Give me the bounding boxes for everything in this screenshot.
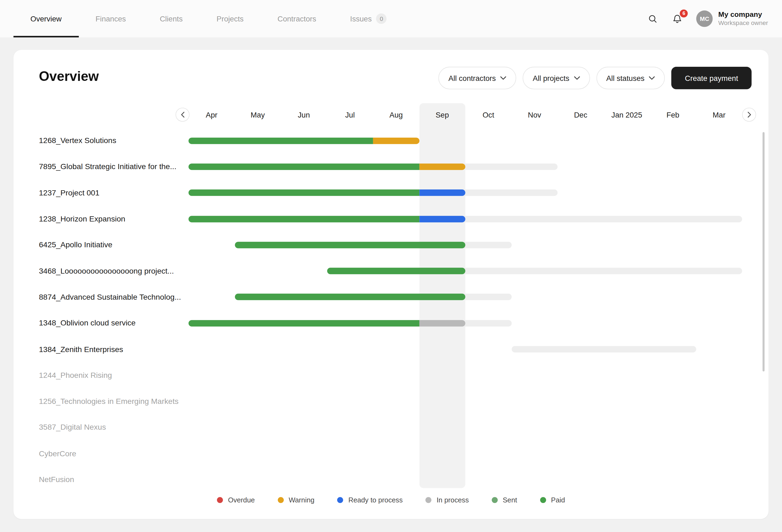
legend-dot-sent: [492, 497, 498, 503]
legend-label: Ready to process: [348, 496, 403, 504]
nav-tab-label: Issues: [350, 14, 372, 23]
gantt-bar-paid[interactable]: [188, 137, 373, 144]
legend-item-warning: Warning: [278, 496, 314, 504]
gantt-row: 1384_Zenith Enterprises: [13, 336, 769, 363]
notifications-button[interactable]: 6: [672, 13, 683, 25]
gantt-row: 1256_Technologies in Emerging Markets: [13, 388, 769, 415]
filter-label: All projects: [533, 74, 569, 82]
nav-tab-projects[interactable]: Projects: [200, 0, 260, 37]
legend-dot-ready-to-process: [337, 497, 343, 503]
top-navigation: OverviewFinancesClientsProjectsContracto…: [0, 0, 782, 37]
legend-label: Sent: [503, 496, 517, 504]
chevron-down-icon: [500, 76, 506, 80]
month-label: Jun: [281, 108, 327, 122]
account-menu[interactable]: MC My company Workspace owner: [696, 10, 768, 27]
gantt-bar-paid[interactable]: [188, 320, 419, 327]
project-name[interactable]: 3468_Loooooooooooooooong project...: [39, 267, 174, 275]
legend-label: Paid: [551, 496, 565, 504]
gantt-row: 1237_Project 001: [13, 180, 769, 206]
filter-bar: All contractorsAll projectsAll statuses: [438, 67, 665, 89]
nav-tab-label: Finances: [96, 14, 126, 23]
gantt-rows: 1268_Vertex Solutions7895_Global Strateg…: [13, 127, 769, 493]
filter-label: All statuses: [606, 74, 645, 82]
month-label: Feb: [650, 108, 696, 122]
filter-all-projects[interactable]: All projects: [523, 67, 590, 89]
nav-tab-label: Clients: [159, 14, 182, 23]
header-controls: All contractorsAll projectsAll statuses …: [438, 67, 752, 89]
project-name: 1256_Technologies in Emerging Markets: [39, 397, 178, 406]
project-name[interactable]: 8874_Advanced Sustainable Technolog...: [39, 293, 181, 302]
gantt-bar-paid[interactable]: [188, 163, 419, 170]
legend-item-overdue: Overdue: [217, 496, 255, 504]
gantt-row: 1238_Horizon Expansion: [13, 206, 769, 232]
month-label: May: [235, 108, 281, 122]
month-label: Nov: [511, 108, 558, 122]
nav-tab-issues[interactable]: Issues0: [333, 0, 404, 37]
project-name[interactable]: 1237_Project 001: [39, 188, 99, 197]
month-label: Apr: [188, 108, 235, 122]
gantt-row: 7895_Global Strategic Initiative for the…: [13, 154, 769, 180]
create-payment-button[interactable]: Create payment: [672, 67, 752, 89]
gantt-bar-ready-to-process[interactable]: [419, 189, 465, 196]
account-text: My company Workspace owner: [718, 11, 768, 27]
chevron-down-icon: [574, 76, 580, 80]
legend-label: Warning: [289, 496, 314, 504]
account-name: My company: [718, 11, 768, 19]
nav-tab-label: Overview: [30, 14, 62, 23]
project-name[interactable]: 7895_Global Strategic Initiative for the…: [39, 162, 176, 171]
notification-badge: 6: [680, 9, 688, 17]
project-name[interactable]: 1348_Oblivion cloud service: [39, 319, 136, 328]
filter-all-contractors[interactable]: All contractors: [438, 67, 517, 89]
legend-dot-paid: [540, 497, 546, 503]
month-label: Jan 2025: [604, 108, 650, 122]
gantt-row: NetFusion: [13, 466, 769, 493]
timeline-prev-button[interactable]: [176, 108, 189, 122]
app-screen: OverviewFinancesClientsProjectsContracto…: [0, 0, 782, 532]
month-label: Mar: [696, 108, 742, 122]
gantt-bar-track: [511, 346, 696, 352]
legend-item-in-process: In process: [426, 496, 469, 504]
gantt-row: 8874_Advanced Sustainable Technolog...: [13, 284, 769, 310]
legend-item-ready-to-process: Ready to process: [337, 496, 403, 504]
project-name: 1244_Phoenix Rising: [39, 371, 112, 380]
legend-item-sent: Sent: [492, 496, 517, 504]
gantt-bar-paid[interactable]: [188, 216, 419, 222]
legend-item-paid: Paid: [540, 496, 565, 504]
month-header: AprMayJunJulAugSepOctNovDecJan 2025FebMa…: [188, 108, 742, 122]
nav-tab-finances[interactable]: Finances: [78, 0, 143, 37]
chevron-left-icon: [181, 112, 184, 117]
nav-tab-clients[interactable]: Clients: [143, 0, 200, 37]
gantt-bar-paid[interactable]: [235, 294, 465, 301]
gantt-bar-ready-to-process[interactable]: [419, 216, 465, 222]
filter-all-statuses[interactable]: All statuses: [596, 67, 665, 89]
legend-label: Overdue: [228, 496, 255, 504]
gantt-bar-paid[interactable]: [235, 242, 465, 249]
gantt-row: 3468_Loooooooooooooooong project...: [13, 258, 769, 284]
gantt-bar-paid[interactable]: [327, 268, 465, 274]
timeline-next-button[interactable]: [742, 108, 756, 122]
chevron-down-icon: [649, 76, 655, 80]
gantt-bar-warning[interactable]: [419, 163, 465, 170]
project-name[interactable]: 1268_Vertex Solutions: [39, 136, 116, 145]
gantt-bar-warning[interactable]: [373, 137, 419, 144]
month-label: Dec: [558, 108, 604, 122]
gantt-bar-paid[interactable]: [188, 189, 419, 196]
issues-count-badge: 0: [376, 13, 387, 24]
nav-tab-contractors[interactable]: Contractors: [261, 0, 333, 37]
status-legend: OverdueWarningReady to processIn process…: [13, 493, 769, 507]
nav-right-cluster: 6 MC My company Workspace owner: [647, 0, 782, 37]
gantt-bar-in-process[interactable]: [419, 320, 465, 327]
month-label: Jul: [327, 108, 373, 122]
project-name[interactable]: 6425_Apollo Initiative: [39, 240, 112, 250]
search-button[interactable]: [647, 13, 659, 25]
project-name[interactable]: 1384_Zenith Enterprises: [39, 345, 123, 354]
nav-tab-overview[interactable]: Overview: [13, 0, 79, 37]
page-title: Overview: [39, 69, 99, 84]
gantt-row: 1244_Phoenix Rising: [13, 363, 769, 388]
legend-dot-warning: [278, 497, 284, 503]
legend-dot-in-process: [426, 497, 432, 503]
gantt-row: 3587_Digital Nexus: [13, 415, 769, 441]
gantt-row: 1348_Oblivion cloud service: [13, 310, 769, 336]
project-name: NetFusion: [39, 475, 74, 484]
project-name[interactable]: 1238_Horizon Expansion: [39, 215, 125, 223]
